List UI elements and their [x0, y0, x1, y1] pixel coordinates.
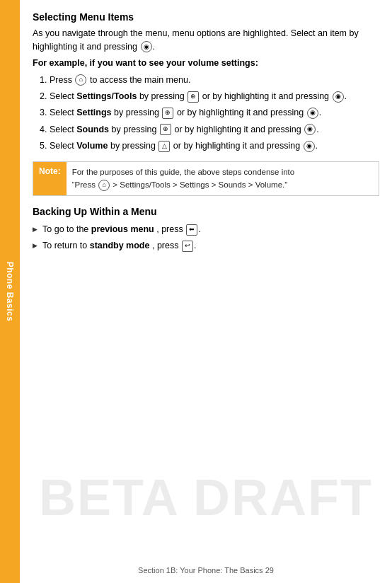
step-2-pre: Select — [50, 91, 76, 101]
beta-draft-watermark: BETA DRAFT — [20, 468, 392, 526]
step-2-bold: Settings/Tools — [76, 91, 137, 101]
end-icon: ↩ — [182, 241, 193, 252]
step-1-text: Press — [50, 75, 74, 85]
backing-1-pre: To go to the — [42, 224, 91, 234]
step-3-mid: by pressing — [114, 108, 161, 117]
step-2: Select Settings/Tools by pressing ⊕ or b… — [50, 90, 379, 103]
step-4-pre: Select — [50, 125, 76, 134]
footer: Section 1B: Your Phone: The Basics 29 — [20, 566, 392, 575]
intro-span: As you navigate through the menu, menu o… — [33, 28, 359, 52]
intro-text: As you navigate through the menu, menu o… — [33, 27, 379, 54]
note-content: For the purposes of this guide, the abov… — [67, 162, 301, 195]
step-3-pre: Select — [50, 108, 76, 117]
example-heading: For example, if you want to see your vol… — [33, 58, 379, 68]
note-label: Note: — [33, 162, 67, 195]
backing-2-mid: , press — [152, 241, 181, 250]
sidebar-label: Phone Basics — [5, 262, 15, 322]
step-3-post: or by highlighting it and pressing — [177, 108, 306, 117]
step-2-mid: by pressing — [139, 91, 187, 101]
step-4: Select Sounds by pressing ⊕ or by highli… — [50, 123, 379, 137]
backing-item-2: To return to standby mode , press ↩. — [33, 239, 379, 253]
select-icon: ◉ — [141, 41, 152, 52]
section-title: Selecting Menu Items — [33, 11, 379, 23]
step-5-bold: Volume — [76, 141, 108, 151]
backing-2-pre: To return to — [42, 241, 90, 250]
nav-icon-5: △ — [158, 141, 170, 152]
step-1: Press ⌂ to access the main menu. — [50, 74, 379, 87]
step-5-pre: Select — [50, 141, 76, 151]
home-icon: ⌂ — [75, 74, 86, 86]
step-3-bold: Settings — [76, 108, 111, 117]
step-4-post: or by highlighting it and pressing — [174, 125, 304, 134]
step-5-post: or by highlighting it and pressing — [173, 141, 303, 151]
step-1-text2: to access the main menu. — [90, 75, 190, 85]
backing-1-bold: previous menu — [91, 224, 154, 234]
nav-icon-4: ⊕ — [160, 124, 171, 135]
sidebar: Phone Basics — [0, 0, 20, 583]
backing-2-bold: standby mode — [90, 241, 150, 250]
back-icon: ⬅ — [186, 224, 197, 236]
nav-icon-3: ⊕ — [162, 108, 173, 119]
nav-icon-2: ⊕ — [188, 91, 199, 103]
select-icon-4: ◉ — [304, 124, 316, 135]
backing-1-mid: , press — [156, 224, 185, 234]
select-icon-5: ◉ — [304, 141, 315, 152]
step-5-mid: by pressing — [110, 141, 158, 151]
page-wrapper: Phone Basics Selecting Menu Items As you… — [0, 0, 392, 583]
content-body: Selecting Menu Items As you navigate thr… — [33, 11, 379, 253]
select-icon-2: ◉ — [333, 91, 344, 103]
note-box: Note: For the purposes of this guide, th… — [33, 161, 379, 196]
step-5: Select Volume by pressing △ or by highli… — [50, 139, 379, 153]
step-4-bold: Sounds — [76, 125, 109, 134]
step-4-mid: by pressing — [112, 125, 159, 134]
note-text2: > Settings/Tools > Settings > Sounds > V… — [113, 180, 287, 189]
backing-item-1: To go to the previous menu , press ⬅. — [33, 223, 379, 236]
backing-title: Backing Up Within a Menu — [33, 206, 379, 217]
main-content: Selecting Menu Items As you navigate thr… — [20, 0, 392, 583]
select-icon-3: ◉ — [307, 108, 318, 119]
backing-list: To go to the previous menu , press ⬅. To… — [33, 223, 379, 253]
steps-list: Press ⌂ to access the main menu. Select … — [50, 74, 379, 154]
step-3: Select Settings by pressing ⊕ or by high… — [50, 106, 379, 120]
step-2-post: or by highlighting it and pressing — [202, 91, 332, 101]
note-home-icon: ⌂ — [98, 180, 110, 191]
